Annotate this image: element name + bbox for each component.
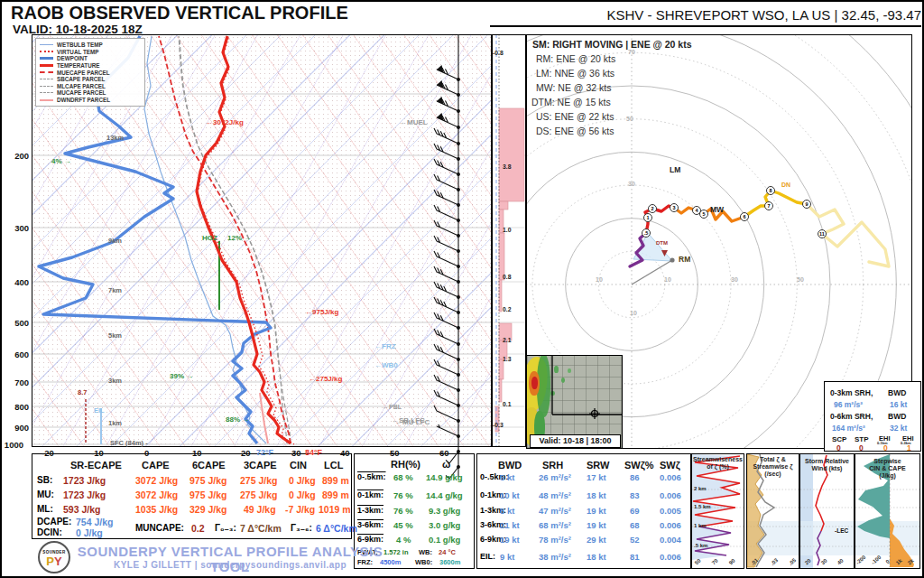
ring-label: 50 [797, 276, 804, 283]
swzp-value: 81 [630, 553, 640, 562]
dcin-value: 0 J/kg [76, 528, 103, 538]
pressure-tick: 900 [7, 423, 29, 433]
mw-motion: MW: NE @ 32 kts [536, 83, 611, 93]
height-label: 3km [108, 377, 122, 385]
pressure-tick: 200 [7, 151, 29, 161]
rh-value: 76 % [393, 507, 413, 516]
km-label: .5 km [694, 543, 707, 548]
srw-value: 18 kt [587, 491, 606, 500]
sb-6cape: 975 J/kg [189, 476, 226, 486]
dewpoint-line-sample [40, 57, 53, 60]
ring-label: 10 [596, 276, 603, 283]
storm-motion-header: SM: RIGHT MOVING | ENE @ 20 kts [532, 40, 692, 50]
mixr-value: 14.9 g/kg [426, 473, 463, 482]
hodo-trace-3-6km [674, 208, 744, 221]
srh06-label: 0-6km SRH, [830, 413, 873, 421]
rh-low-annotation: 88% → [226, 415, 249, 424]
panel2-title-line3: (/sec) [747, 471, 799, 478]
bwd-value: 21 kt [500, 521, 520, 530]
swzp-header: SWζ% [624, 461, 654, 471]
swzp-value: 68 [630, 521, 640, 530]
lm-motion: LM: NNE @ 36 kts [536, 69, 614, 79]
col-header: SR-ECAPE [70, 461, 122, 471]
sounderpy-logo: SOUNDER PY [38, 541, 70, 573]
temp-tick: -20 [42, 448, 54, 458]
dtm-marker-label: DTM [656, 240, 668, 246]
eil-annotation: EIL [94, 406, 105, 415]
mu-lcl: 899 m [322, 490, 349, 500]
sbcape-line-sample [40, 79, 53, 79]
height-label: 9km [108, 237, 122, 245]
panel1-title: Streamwiseness of ζ (%) [692, 456, 744, 471]
legend-item: MLCAPE PARCEL [40, 83, 141, 90]
row-label: MU: [37, 490, 54, 499]
km-label: 2 km [694, 486, 707, 491]
height-label: 13km [106, 134, 124, 142]
aux-value: 0.1 [503, 401, 511, 407]
pressure-tick: 600 [7, 350, 29, 359]
sb-cape: 3072 J/kg [135, 476, 178, 486]
temp-tick: 40 [340, 448, 350, 458]
ehi01-value: 0 [883, 444, 888, 452]
srh03-value: 96 m²/s² [834, 401, 863, 409]
virtual-temp-line-sample [40, 51, 53, 52]
srw-value: 29 kt [587, 536, 606, 545]
radar-valid-caption: Valid: 10-18 | 18:00 [530, 434, 621, 448]
scp-value: 0 [836, 444, 841, 452]
wb0-value: 3600m [439, 559, 460, 566]
srw-value: 17 kt [587, 473, 606, 482]
sb-cin: 0 J/kg [289, 476, 316, 486]
srh-value: 48 m²/s² [539, 491, 571, 500]
panel3-title-line1: Storm Relative [800, 458, 854, 465]
temp-tick: 60 [439, 448, 449, 458]
legend-item: VIRTUAL TEMP [40, 49, 141, 56]
panel2-title: Total ζ & Streamwise ζ (/sec) [747, 456, 799, 478]
ring-label: 10 [664, 276, 671, 283]
location-crosshair [589, 408, 600, 419]
pressure-tick: 300 [7, 223, 29, 233]
pressure-tick: 700 [7, 378, 29, 387]
aux-value: 3.8 [503, 163, 511, 170]
brand-credit[interactable]: KYLE J GILLETT | sounderpysoundings.anvi… [77, 560, 383, 570]
srh-summary-box: 0-3km SRH, BWD 96 m²/s² 16 kt 0-6km SRH,… [824, 381, 921, 452]
lapse36-label: Γ₃₋₆: [291, 524, 312, 533]
height-label: 7km [108, 286, 122, 294]
legend-item: DWNDRFT PARCEL [40, 97, 141, 104]
legend-item: MUECAPE PARCEL [40, 69, 141, 76]
ds-motion: DS: ENE @ 56 kts [536, 126, 614, 136]
mu-cape: 3072 J/kg [135, 490, 178, 500]
layer-label: 6-9km: [357, 536, 383, 544]
mu-lfc-annotation: ←MU LFC [395, 418, 430, 426]
ml-cape: 1035 J/kg [135, 505, 178, 515]
aux-profile-bars [492, 34, 526, 447]
wb-value: 24 °C [439, 549, 456, 556]
lapse36-value: 6 Δ°C/km [316, 524, 357, 534]
swzp-value: 83 [630, 491, 640, 500]
lapse03-value: 7 Δ°C/km [240, 524, 282, 534]
panel4-title-line2: CIN & CAPE [855, 465, 919, 472]
swz-value: 0.004 [660, 536, 681, 545]
ml-6cape: 329 J/kg [189, 505, 226, 515]
height-label: 1km [108, 419, 122, 427]
logo-y: Y [54, 555, 62, 568]
pbl-annotation: ←PBL [383, 404, 402, 410]
surface-dewpoint-label: 72°F [256, 448, 273, 457]
rm-motion: RM: ENE @ 20 kts [536, 54, 615, 64]
wb0-annotation: ←WB0 [374, 361, 398, 369]
muncape-label: MUNCAPE: [135, 524, 184, 533]
swz-header: SWζ [660, 461, 680, 471]
layer-label: EIL: [480, 553, 495, 561]
legend-item: TEMPERATURE [40, 62, 141, 70]
wind-barb-column [434, 34, 459, 479]
lec-label: -LEC [835, 528, 848, 535]
panel2-title-line1: Total ζ & [747, 456, 799, 463]
svg-text:5: 5 [702, 211, 705, 217]
sb-lcl: 899 m [322, 476, 349, 486]
pressure-tick: 1000 [2, 440, 23, 450]
rh-mid-annotation: 39% → [170, 372, 193, 380]
svg-text:1: 1 [646, 215, 649, 220]
wb-label: WB: [419, 549, 432, 556]
bwd-header: BWD [498, 461, 522, 471]
us-motion: US: ENE @ 22 kts [536, 112, 614, 122]
legend-item: DEWPOINT [40, 55, 141, 62]
